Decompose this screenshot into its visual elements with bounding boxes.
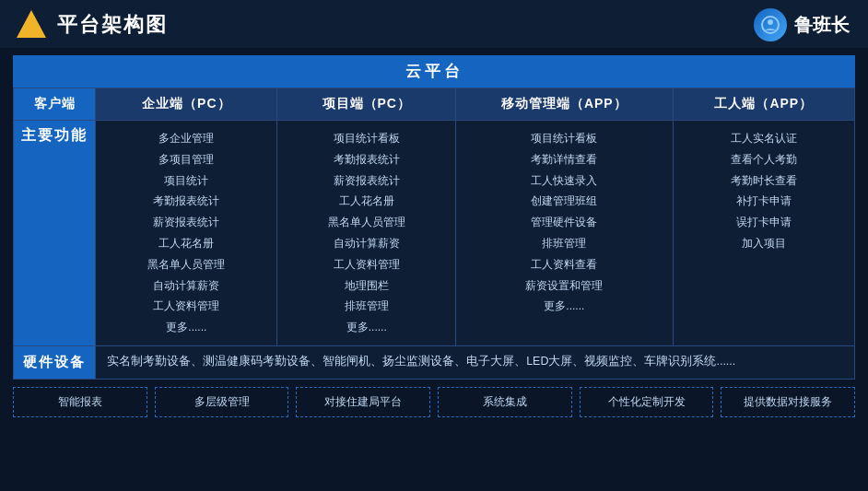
feature-0: 智能报表 (13, 387, 147, 417)
svg-point-3 (768, 19, 773, 25)
mobile-func-0: 项目统计看板 (462, 128, 667, 149)
worker-func-4: 误打卡申请 (679, 212, 849, 233)
enterprise-func-9: 更多...... (101, 317, 271, 338)
worker-functions: 工人实名认证 查看个人考勤 考勤时长查看 补打卡申请 误打卡申请 加入项目 (673, 121, 854, 346)
brand-svg-icon (760, 15, 780, 35)
mobile-func-2: 工人快速录入 (462, 170, 667, 192)
project-func-5: 自动计算薪资 (283, 233, 450, 254)
feature-1: 多层级管理 (155, 387, 289, 417)
cloud-platform-bar: 云平台 (13, 55, 855, 88)
project-func-4: 黑名单人员管理 (283, 212, 450, 233)
enterprise-func-3: 考勤报表统计 (101, 191, 271, 212)
enterprise-func-5: 工人花名册 (101, 233, 271, 254)
feature-5: 提供数据对接服务 (721, 387, 855, 417)
header-left: 平台架构图 (15, 8, 168, 41)
main-function-row: 主要功能 多企业管理 多项目管理 项目统计 考勤报表统计 薪资报表统计 工人花名… (14, 121, 855, 346)
enterprise-func-4: 薪资报表统计 (101, 212, 271, 233)
main-function-label: 主要功能 (14, 121, 96, 346)
worker-func-3: 补打卡申请 (679, 191, 849, 212)
worker-func-0: 工人实名认证 (679, 128, 849, 149)
project-func-1: 考勤报表统计 (283, 149, 450, 170)
mobile-func-4: 管理硬件设备 (462, 212, 667, 233)
worker-func-1: 查看个人考勤 (679, 149, 849, 170)
hardware-row: 硬件设备 实名制考勤设备、测温健康码考勤设备、智能闸机、扬尘监测设备、电子大屏、… (14, 345, 855, 379)
col-header-enterprise: 企业端（PC） (96, 88, 277, 121)
mobile-func-3: 创建管理班组 (462, 191, 667, 212)
enterprise-func-1: 多项目管理 (101, 149, 271, 170)
worker-func-2: 考勤时长查看 (679, 170, 849, 192)
hardware-content: 实名制考勤设备、测温健康码考勤设备、智能闸机、扬尘监测设备、电子大屏、LED大屏… (96, 345, 855, 379)
logo-icon (15, 8, 48, 41)
header-row: 客户端 企业端（PC） 项目端（PC） 移动管理端（APP） 工人端（APP） (14, 88, 855, 121)
project-functions: 项目统计看板 考勤报表统计 薪资报表统计 工人花名册 黑名单人员管理 自动计算薪… (277, 121, 456, 346)
enterprise-func-7: 自动计算薪资 (101, 275, 271, 297)
project-func-0: 项目统计看板 (283, 128, 450, 149)
mobile-func-1: 考勤详情查看 (462, 149, 667, 170)
header: 平台架构图 鲁班长 (0, 0, 868, 48)
mobile-func-6: 工人资料查看 (462, 254, 667, 275)
brand-name: 鲁班长 (794, 13, 850, 38)
worker-func-5: 加入项目 (679, 233, 849, 254)
project-func-3: 工人花名册 (283, 191, 450, 212)
enterprise-functions: 多企业管理 多项目管理 项目统计 考勤报表统计 薪资报表统计 工人花名册 黑名单… (96, 121, 277, 346)
page-title: 平台架构图 (57, 11, 168, 39)
feature-2: 对接住建局平台 (296, 387, 430, 417)
col-header-worker: 工人端（APP） (673, 88, 854, 121)
enterprise-func-2: 项目统计 (101, 170, 271, 192)
project-func-6: 工人资料管理 (283, 254, 450, 275)
enterprise-func-0: 多企业管理 (101, 128, 271, 149)
project-func-9: 更多...... (283, 317, 450, 338)
mobile-func-7: 薪资设置和管理 (462, 275, 667, 297)
project-func-8: 排班管理 (283, 296, 450, 317)
feature-3: 系统集成 (438, 387, 572, 417)
col-header-project: 项目端（PC） (277, 88, 456, 121)
mobile-func-5: 排班管理 (462, 233, 667, 254)
col-header-client: 客户端 (14, 88, 96, 121)
project-func-7: 地理围栏 (283, 275, 450, 297)
main-content: 云平台 客户端 企业端（PC） 项目端（PC） 移动管理端（APP） 工人端（A… (0, 48, 868, 425)
project-func-2: 薪资报表统计 (283, 170, 450, 192)
hardware-label: 硬件设备 (14, 345, 96, 379)
enterprise-func-6: 黑名单人员管理 (101, 254, 271, 275)
brand-logo: 鲁班长 (754, 8, 850, 41)
brand-icon (754, 8, 787, 41)
feature-4: 个性化定制开发 (580, 387, 714, 417)
enterprise-func-8: 工人资料管理 (101, 296, 271, 317)
feature-row: 智能报表 多层级管理 对接住建局平台 系统集成 个性化定制开发 提供数据对接服务 (13, 387, 855, 417)
col-header-mobile: 移动管理端（APP） (456, 88, 674, 121)
mobile-func-8: 更多...... (462, 296, 667, 317)
platform-table: 客户端 企业端（PC） 项目端（PC） 移动管理端（APP） 工人端（APP） … (13, 88, 855, 380)
mobile-functions: 项目统计看板 考勤详情查看 工人快速录入 创建管理班组 管理硬件设备 排班管理 … (456, 121, 674, 346)
